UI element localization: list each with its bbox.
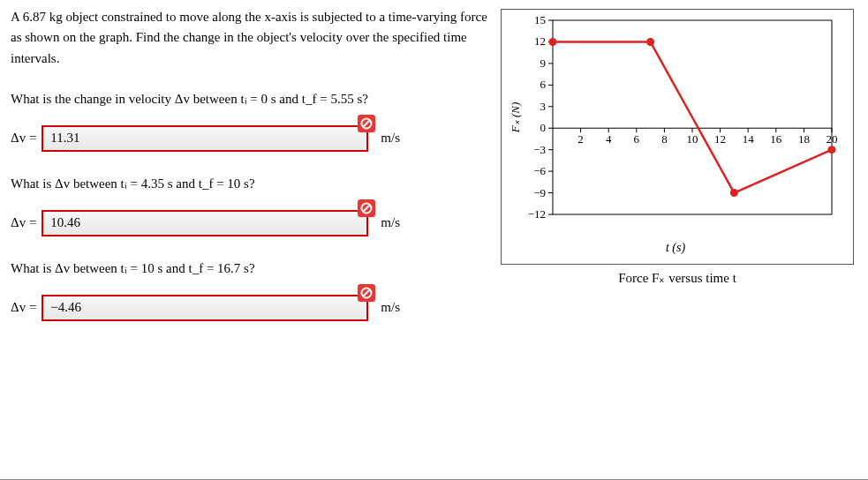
answer-input-3[interactable] — [42, 295, 368, 321]
question-1: What is the change in velocity Δv betwee… — [11, 88, 492, 109]
svg-text:20: 20 — [826, 132, 838, 146]
svg-text:6: 6 — [634, 132, 640, 146]
svg-text:−3: −3 — [533, 143, 546, 156]
svg-text:8: 8 — [661, 132, 668, 146]
svg-text:0: 0 — [540, 121, 547, 134]
dv-label-3: Δv = — [11, 300, 36, 315]
svg-point-52 — [828, 146, 836, 154]
question-3: What is Δv between tᵢ = 10 s and t_f = 1… — [11, 258, 492, 279]
svg-line-3 — [364, 205, 370, 211]
svg-text:2: 2 — [577, 132, 584, 146]
svg-text:18: 18 — [798, 132, 810, 146]
svg-point-51 — [730, 189, 738, 197]
svg-text:−9: −9 — [533, 186, 546, 199]
svg-text:10: 10 — [687, 132, 698, 146]
answer-input-2[interactable] — [42, 210, 368, 236]
answer-input-1[interactable] — [42, 125, 368, 152]
unit-2: m/s — [381, 215, 400, 230]
svg-text:6: 6 — [540, 78, 547, 91]
svg-text:−12: −12 — [528, 207, 546, 221]
chart-title: Force Fₓ versus time t — [501, 270, 854, 286]
svg-text:−6: −6 — [533, 164, 546, 177]
dv-label-2: Δv = — [11, 215, 36, 230]
x-axis-label: t (s) — [505, 241, 846, 255]
svg-text:16: 16 — [770, 132, 782, 146]
svg-line-1 — [364, 120, 370, 126]
svg-point-50 — [646, 38, 654, 46]
error-icon — [358, 199, 375, 217]
unit-1: m/s — [381, 131, 400, 146]
svg-text:12: 12 — [714, 132, 726, 146]
error-icon — [358, 284, 375, 302]
svg-text:14: 14 — [743, 132, 755, 146]
svg-point-49 — [549, 38, 557, 46]
question-2: What is Δv between tᵢ = 4.35 s and t_f =… — [11, 173, 492, 194]
unit-3: m/s — [381, 300, 400, 315]
svg-text:9: 9 — [540, 56, 547, 70]
svg-text:4: 4 — [606, 132, 612, 146]
chart-svg: 2468101214161820−12−9−6−303691215Fₓ (N) — [505, 13, 841, 234]
svg-text:15: 15 — [534, 13, 546, 26]
dv-label-1: Δv = — [11, 131, 36, 146]
problem-intro: A 6.87 kg object constrained to move alo… — [11, 7, 492, 69]
force-chart: 2468101214161820−12−9−6−303691215Fₓ (N) … — [501, 9, 854, 265]
error-icon — [358, 115, 375, 132]
svg-text:12: 12 — [534, 34, 546, 48]
svg-line-5 — [364, 289, 370, 296]
svg-text:3: 3 — [540, 100, 547, 113]
svg-text:Fₓ (N): Fₓ (N) — [509, 102, 522, 134]
